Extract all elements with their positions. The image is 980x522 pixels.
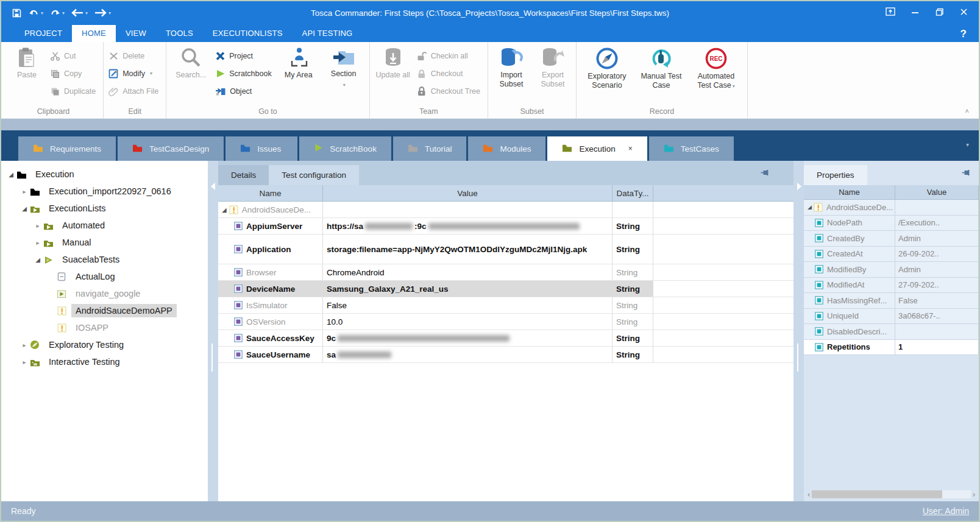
help-icon[interactable]: ? bbox=[960, 28, 967, 40]
tree-item-exploratory-testing[interactable]: ▸Exploratory Testing bbox=[1, 336, 208, 353]
scrollbar-track[interactable] bbox=[812, 490, 970, 498]
config-row-appiumserver[interactable]: AppiumServerhttps://sa:9cString bbox=[218, 218, 794, 235]
property-name-cell[interactable]: CreatedBy bbox=[804, 231, 895, 246]
doc-tab-modules[interactable]: Modules bbox=[468, 136, 545, 161]
name-cell[interactable]: Application bbox=[218, 235, 323, 264]
doc-tab-tutorial[interactable]: Tutorial bbox=[393, 136, 467, 161]
expand-arrow-icon[interactable]: ◢ bbox=[33, 256, 43, 263]
ribbon-button-section[interactable]: Section▾ bbox=[321, 43, 367, 102]
property-name-cell[interactable]: UniqueId bbox=[804, 309, 895, 324]
expand-arrow-icon[interactable]: ▸ bbox=[20, 359, 29, 365]
expand-arrow-icon[interactable]: ◢ bbox=[6, 171, 16, 178]
name-cell[interactable]: SauceUsername bbox=[218, 347, 323, 362]
doc-tab-testcases[interactable]: TestCases bbox=[649, 136, 734, 161]
qat-save-button[interactable] bbox=[10, 7, 24, 19]
config-row-browser[interactable]: BrowserChromeAndroidString bbox=[218, 264, 794, 281]
ribbon-options-button[interactable] bbox=[886, 7, 895, 18]
property-name-cell[interactable]: ModifiedAt bbox=[804, 278, 895, 293]
property-row-disableddescri-[interactable]: DisabledDescri... bbox=[804, 324, 979, 340]
datatype-cell[interactable]: String bbox=[612, 281, 653, 297]
minimize-button[interactable] bbox=[911, 7, 920, 18]
menu-tab-executionlists[interactable]: EXECUTIONLISTS bbox=[203, 25, 293, 42]
datatype-cell[interactable]: String bbox=[612, 235, 653, 264]
dropdown-caret-icon[interactable]: ▾ bbox=[85, 10, 88, 16]
menu-tab-api-testing[interactable]: API TESTING bbox=[293, 25, 363, 42]
expand-arrow-icon[interactable]: ▸ bbox=[20, 188, 29, 195]
ribbon-button-project[interactable]: Project bbox=[213, 47, 276, 65]
property-row-createdat[interactable]: CreatedAt26-09-202.. bbox=[804, 247, 979, 263]
ribbon-button-object[interactable]: Object bbox=[213, 82, 276, 100]
collapse-ribbon-icon[interactable]: ˄ bbox=[965, 107, 969, 115]
dropdown-caret-icon[interactable]: ▾ bbox=[62, 10, 65, 16]
property-value-cell[interactable]: 27-09-202.. bbox=[895, 278, 979, 293]
name-cell[interactable]: Browser bbox=[218, 264, 323, 280]
column-header-name[interactable]: Name bbox=[218, 185, 323, 201]
column-header-dataty[interactable]: DataTy... bbox=[612, 185, 653, 201]
property-row-nodepath[interactable]: NodePath/Execution.. bbox=[804, 216, 979, 231]
tree-item-interactive-testing[interactable]: ▸Interactive Testing bbox=[1, 353, 208, 370]
name-cell[interactable]: ◢AndroidSauceDe... bbox=[218, 202, 323, 217]
scrollbar-thumb[interactable] bbox=[812, 490, 942, 498]
value-cell[interactable]: https://sa:9c bbox=[323, 218, 612, 234]
ribbon-button-my-area[interactable]: My Area bbox=[277, 43, 321, 102]
ribbon-button-automated-test-case[interactable]: RECAutomated Test Case▾ bbox=[687, 43, 745, 102]
property-name-cell[interactable]: HasMissingRef... bbox=[804, 293, 895, 308]
pin-icon[interactable] bbox=[961, 168, 970, 177]
doc-tab-requirements[interactable]: Requirements bbox=[18, 136, 116, 161]
value-cell[interactable]: False bbox=[323, 297, 612, 313]
doc-tab-testcasedesign[interactable]: TestCaseDesign bbox=[118, 136, 224, 161]
name-cell[interactable]: SauceAccessKey bbox=[218, 330, 323, 346]
tree-item-navigate-google[interactable]: navigate_google bbox=[1, 285, 208, 302]
menu-tab-project[interactable]: PROJECT bbox=[15, 25, 72, 42]
property-value-cell[interactable]: False bbox=[895, 293, 979, 308]
config-row-application[interactable]: Applicationstorage:filename=app-NjMyY2Qw… bbox=[218, 235, 794, 264]
expand-arrow-icon[interactable]: ▸ bbox=[33, 222, 43, 229]
value-cell[interactable]: 10.0 bbox=[323, 314, 612, 330]
menu-tab-home[interactable]: HOME bbox=[72, 25, 116, 42]
property-name-cell[interactable]: NodePath bbox=[804, 216, 895, 231]
tree-item-execution[interactable]: ◢Execution bbox=[1, 166, 208, 183]
datatype-cell[interactable]: String bbox=[612, 297, 653, 313]
value-cell[interactable]: 9c bbox=[323, 330, 612, 346]
property-name-cell[interactable]: DisabledDescri... bbox=[804, 324, 895, 339]
property-row-uniqueid[interactable]: UniqueId3a068c67-.. bbox=[804, 309, 979, 325]
datatype-cell[interactable]: String bbox=[612, 264, 653, 280]
tree-item-executionlists[interactable]: ◢ExecutionLists bbox=[1, 200, 208, 217]
doc-tab-scratchbook[interactable]: ScratchBook bbox=[299, 136, 391, 161]
value-cell[interactable]: ChromeAndroid bbox=[323, 264, 612, 280]
expand-arrow-icon[interactable]: ▸ bbox=[33, 239, 43, 246]
property-row-androidsaucede-[interactable]: ◢AndroidSauceDe... bbox=[804, 200, 979, 216]
value-cell[interactable] bbox=[323, 202, 612, 217]
qat-forward-button[interactable]: ▾ bbox=[92, 7, 113, 18]
config-row-androidsaucede-[interactable]: ◢AndroidSauceDe... bbox=[218, 202, 794, 218]
panel-tab-test-configuration[interactable]: Test configuration bbox=[269, 165, 359, 185]
panel-tab-properties[interactable]: Properties bbox=[804, 165, 867, 185]
close-button[interactable] bbox=[960, 7, 968, 18]
config-row-osversion[interactable]: OSVersion10.0String bbox=[218, 314, 794, 330]
menu-tab-tools[interactable]: TOOLS bbox=[156, 25, 203, 42]
property-value-cell[interactable] bbox=[895, 200, 979, 215]
user-link[interactable]: User: Admin bbox=[923, 506, 969, 516]
name-cell[interactable]: DeviceName bbox=[218, 281, 323, 297]
name-cell[interactable]: AppiumServer bbox=[218, 218, 323, 234]
property-value-cell[interactable]: 1 bbox=[895, 340, 979, 355]
column-header-value[interactable]: Value bbox=[323, 185, 612, 201]
expand-arrow-icon[interactable]: ▸ bbox=[20, 342, 29, 348]
value-cell[interactable]: Samsung_Galaxy_A21_real_us bbox=[323, 281, 612, 297]
property-row-hasmissingref-[interactable]: HasMissingRef...False bbox=[804, 293, 979, 309]
left-splitter[interactable] bbox=[208, 161, 218, 501]
ribbon-button-scratchbook[interactable]: Scratchbook bbox=[213, 65, 276, 82]
datatype-cell[interactable] bbox=[612, 202, 653, 217]
config-row-issimulator[interactable]: IsSimulatorFalseString bbox=[218, 297, 794, 314]
name-cell[interactable]: OSVersion bbox=[218, 314, 323, 330]
name-cell[interactable]: IsSimulator bbox=[218, 297, 323, 313]
datatype-cell[interactable]: String bbox=[612, 218, 653, 234]
qat-back-button[interactable]: ▾ bbox=[69, 7, 90, 18]
property-row-repetitions[interactable]: Repetitions1 bbox=[804, 340, 979, 356]
tree-item-automated[interactable]: ▸Automated bbox=[1, 217, 208, 234]
tree-item-iosapp[interactable]: IOSAPP bbox=[1, 319, 208, 336]
property-value-cell[interactable]: /Execution.. bbox=[895, 216, 979, 231]
right-splitter[interactable] bbox=[794, 161, 804, 501]
collapse-right-panel-arrow[interactable] bbox=[797, 183, 801, 190]
tree-item-androidsaucedemoapp[interactable]: AndroidSauceDemoAPP bbox=[1, 302, 208, 319]
